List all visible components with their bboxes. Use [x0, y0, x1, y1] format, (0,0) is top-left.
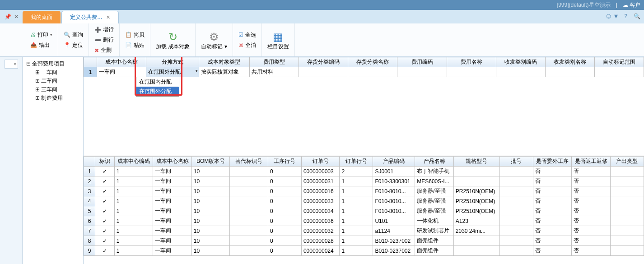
cell-cc-code[interactable]: 1: [114, 236, 153, 246]
table-row[interactable]: 1 一车间 在范围外分配 ▾ 按实际核算对象 共用材料: [84, 67, 644, 77]
cell-spec[interactable]: [453, 236, 499, 246]
rownum-cell[interactable]: 4: [84, 196, 95, 206]
tab-close-icon[interactable]: ✕: [106, 14, 110, 20]
cell-sub[interactable]: [230, 216, 268, 226]
column-settings-button[interactable]: ▦ 栏目设置: [262, 23, 295, 56]
col-prod-name[interactable]: 产品名称: [415, 157, 454, 167]
rownum-cell[interactable]: 7: [84, 226, 95, 236]
cell-lot[interactable]: [499, 176, 533, 186]
cell-order[interactable]: 0000000032: [301, 226, 340, 236]
cell[interactable]: [594, 67, 644, 77]
cell-sub[interactable]: [230, 206, 268, 216]
cell-cc-name[interactable]: 一车间: [153, 236, 192, 246]
cell-bom[interactable]: 10: [191, 186, 230, 196]
cell-outsourced[interactable]: 否: [533, 167, 572, 176]
cell-prod-name[interactable]: 一体化机: [415, 216, 454, 226]
output-button[interactable]: 输出: [28, 41, 55, 50]
addrow-button[interactable]: 增行: [92, 25, 117, 34]
cell-cc-code[interactable]: 1: [114, 176, 153, 186]
cell-output-type[interactable]: [610, 226, 644, 236]
cell-prod-code[interactable]: F010-3300301: [373, 176, 415, 186]
close-icon[interactable]: ✕: [14, 14, 19, 20]
col-cost-center-name[interactable]: 成本中心名称: [97, 57, 146, 67]
col-stock-class-name[interactable]: 存货分类名称: [348, 57, 397, 67]
cell-cc-name[interactable]: 一车间: [153, 206, 192, 216]
cell-prod-name[interactable]: 服务器/至强: [415, 206, 454, 216]
cell-spec[interactable]: 2030 24mi...: [453, 226, 499, 236]
cell-prod-name[interactable]: 面壳组件: [415, 236, 454, 246]
print-button[interactable]: 打印▾: [28, 30, 55, 40]
cell-output-type[interactable]: [610, 216, 644, 226]
cell-cc-name[interactable]: 一车间: [153, 216, 192, 226]
smiley-icon[interactable]: ☺ ▾: [605, 12, 618, 20]
rownum-header[interactable]: [84, 57, 97, 67]
cell-op[interactable]: 0: [268, 176, 301, 186]
help-icon[interactable]: ?: [624, 13, 627, 19]
col-outsourced[interactable]: 是否委外工序: [533, 157, 572, 167]
dropdown-option-inside[interactable]: 在范围内分配: [136, 77, 179, 87]
cell-order-line[interactable]: 1: [340, 246, 373, 256]
cell[interactable]: [299, 67, 348, 77]
col-cc-code[interactable]: 成本中心编码: [114, 157, 153, 167]
cell-sub[interactable]: [230, 246, 268, 256]
rownum-cell[interactable]: 3: [84, 186, 95, 196]
cell-fee-type[interactable]: 共用材料: [250, 67, 299, 77]
cell-op[interactable]: 0: [268, 206, 301, 216]
cell-cc-code[interactable]: 1: [114, 206, 153, 216]
cell-order-line[interactable]: 1: [340, 206, 373, 216]
customer-icon[interactable]: ☁ 客户: [623, 1, 640, 9]
cell-cost-center[interactable]: 一车间: [97, 67, 146, 77]
tree-root[interactable]: ⊟ 全部费用项目: [24, 60, 81, 68]
cell-flag[interactable]: [95, 206, 114, 216]
col-io-cat-code[interactable]: 收发类别编码: [496, 57, 545, 67]
dropdown-arrow-icon[interactable]: ▾: [196, 69, 198, 73]
dropdown-option-outside[interactable]: 在范围外分配: [136, 87, 179, 96]
cell-outsourced[interactable]: 否: [533, 186, 572, 196]
cell-output-type[interactable]: [610, 167, 644, 176]
cell-lot[interactable]: [499, 206, 533, 216]
cell-lot[interactable]: [499, 167, 533, 176]
cell-op[interactable]: 0: [268, 236, 301, 246]
cell-outsourced[interactable]: 否: [533, 206, 572, 216]
cell-cc-name[interactable]: 一车间: [153, 196, 192, 206]
cell-rework[interactable]: 否: [572, 186, 611, 196]
cell-prod-name[interactable]: 服务器/至强: [415, 196, 454, 206]
cell-allocation-mode[interactable]: 在范围外分配 ▾: [146, 67, 199, 77]
cell-rework[interactable]: 否: [572, 236, 611, 246]
load-cost-object-button[interactable]: ↻ 加载 成本对象: [150, 23, 196, 56]
table-row[interactable]: 81一车间10000000000281B010-0237002面壳组件否否: [84, 236, 644, 246]
cell-spec[interactable]: PR2510N(OEM): [453, 196, 499, 206]
cell-prod-code[interactable]: a1124: [373, 226, 415, 236]
cell-cc-name[interactable]: 一车间: [153, 176, 192, 186]
sidebar-dropdown[interactable]: ▾: [5, 60, 18, 69]
autotag-button[interactable]: ⚙ 自动标记 ▾: [196, 23, 233, 56]
cell-order[interactable]: 0000000016: [301, 186, 340, 196]
paste-button[interactable]: 粘贴: [122, 41, 147, 50]
cell-sub[interactable]: [230, 226, 268, 236]
unselectall-button[interactable]: 全消: [236, 41, 259, 50]
cell-object-type[interactable]: 按实际核算对象: [199, 67, 250, 77]
col-rework[interactable]: 是否返工返修: [572, 157, 611, 167]
cell-op[interactable]: 0: [268, 196, 301, 206]
cell-prod-name[interactable]: 研发试制芯片: [415, 226, 454, 236]
cell[interactable]: [545, 67, 594, 77]
cell-order-line[interactable]: 2: [340, 167, 373, 176]
cell-order-line[interactable]: 1: [340, 216, 373, 226]
cell[interactable]: [397, 67, 447, 77]
cell-flag[interactable]: [95, 176, 114, 186]
cell-order-line[interactable]: 1: [340, 236, 373, 246]
col-bom[interactable]: BOM版本号: [191, 157, 230, 167]
cell-lot[interactable]: [499, 236, 533, 246]
cell-cc-name[interactable]: 一车间: [153, 226, 192, 236]
rownum-cell[interactable]: 9: [84, 246, 95, 256]
cell-rework[interactable]: 否: [572, 226, 611, 236]
cell-order-line[interactable]: 1: [340, 196, 373, 206]
cell-order[interactable]: 0000000031: [301, 176, 340, 186]
cell-flag[interactable]: [95, 226, 114, 236]
cell-outsourced[interactable]: 否: [533, 246, 572, 256]
search-icon[interactable]: 🔍: [634, 13, 640, 19]
cell[interactable]: [447, 67, 496, 77]
cell-cc-name[interactable]: 一车间: [153, 246, 192, 256]
cell-outsourced[interactable]: 否: [533, 226, 572, 236]
cell[interactable]: [348, 67, 397, 77]
